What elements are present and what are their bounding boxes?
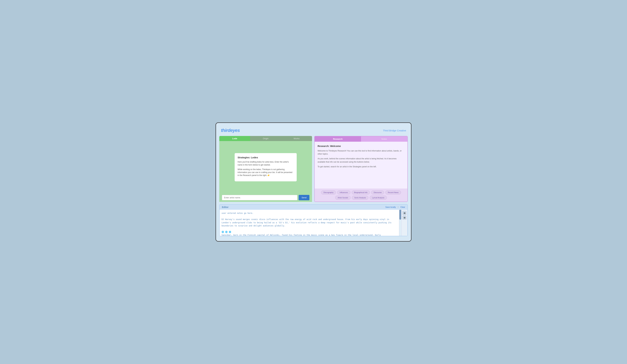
- editor-header: Editor Save locally • Clear: [220, 205, 407, 210]
- tab-works[interactable]: Works: [281, 136, 312, 141]
- left-tabs-bar: Lede Origin Works: [219, 136, 312, 141]
- btn-biographical-info[interactable]: Biographical Info: [352, 191, 370, 194]
- editor-panel: Editor Save locally • Clear user entered…: [219, 204, 408, 236]
- top-bar: thirdeyes Third Bridge Creative: [219, 128, 408, 133]
- input-row: Send: [219, 193, 312, 202]
- research-para1: Welcome to Thirdeyes Research! You can u…: [317, 149, 405, 156]
- btn-influences[interactable]: Influences: [337, 191, 350, 194]
- btn-discourse[interactable]: Discourse: [371, 191, 384, 194]
- research-para3: To get started, search for an artist in …: [317, 165, 405, 168]
- tab-origin[interactable]: Origin: [250, 136, 281, 141]
- scrollbar[interactable]: [399, 210, 401, 236]
- logo: thirdeyes: [221, 128, 240, 133]
- tab-research[interactable]: Research: [315, 136, 361, 142]
- editor-body: user entered notes go here. DJ Harvey's …: [220, 210, 407, 236]
- editor-icon-bottom[interactable]: ▤: [403, 216, 406, 219]
- right-tabs-bar: Research Notes: [315, 136, 407, 142]
- scrollbar-thumb: [399, 210, 401, 219]
- brand-name: Third Bridge Creative: [383, 129, 406, 132]
- tab-notes[interactable]: Notes: [361, 136, 407, 142]
- dot-separator: •: [398, 206, 398, 208]
- left-panel: Lede Origin Works Strategies: Ledes Here…: [219, 136, 312, 202]
- research-buttons-area: Discography Influences Biographical Info…: [315, 189, 407, 202]
- research-para2: As you work, behind the scenes informati…: [317, 157, 405, 163]
- btn-lyrical-analysis[interactable]: Lyrical Analysis: [370, 196, 387, 200]
- btn-artist-socials[interactable]: Artist Socials: [335, 196, 351, 200]
- strategies-card: Strategies: Ledes Here you'll be draftin…: [235, 153, 297, 181]
- strategies-para1: Here you'll be drafting ledes for artist…: [238, 160, 294, 166]
- editor-title: Editor: [222, 206, 228, 208]
- btn-discography[interactable]: Discography: [321, 191, 336, 194]
- save-locally-link[interactable]: Save locally: [385, 206, 396, 208]
- btn-sonic-analysis[interactable]: Sonic Analysis: [352, 196, 368, 200]
- editor-icon-top[interactable]: ▤: [403, 211, 406, 215]
- clear-link[interactable]: Clear: [400, 206, 405, 208]
- strategies-para2: While working on the ledes, Thirdeyes is…: [238, 168, 294, 177]
- screen: thirdeyes Third Bridge Creative Lede Ori…: [215, 122, 412, 242]
- tab-lede[interactable]: Lede: [219, 136, 250, 141]
- editor-textarea[interactable]: user entered notes go here. DJ Harvey's …: [220, 210, 399, 236]
- research-content: Research: Welcome Welcome to Thirdeyes R…: [315, 142, 407, 189]
- strategies-title: Strategies: Ledes: [238, 156, 294, 159]
- main-content: Lede Origin Works Strategies: Ledes Here…: [219, 136, 408, 202]
- editor-actions: Save locally • Clear: [385, 206, 405, 208]
- left-content-area: Strategies: Ledes Here you'll be draftin…: [219, 141, 312, 193]
- right-panel: Research Notes Research: Welcome Welcome…: [314, 136, 408, 202]
- editor-icon-buttons: ▤ ▤: [401, 210, 407, 236]
- btn-recent-news[interactable]: Recent News: [385, 191, 401, 194]
- research-title: Research: Welcome: [317, 145, 405, 147]
- artist-name-input[interactable]: [222, 195, 297, 200]
- send-button[interactable]: Send: [299, 195, 310, 200]
